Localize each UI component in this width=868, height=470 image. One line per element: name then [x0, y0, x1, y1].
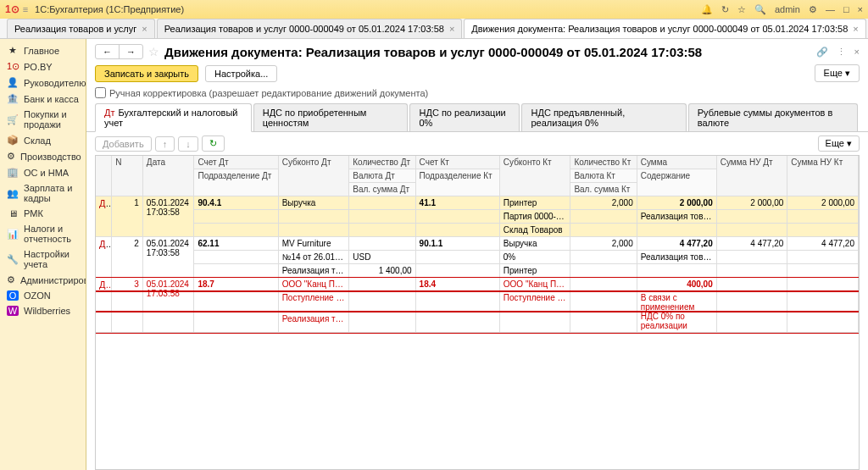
entry-icon: Дт	[96, 278, 112, 333]
col-subk-dt[interactable]: Субконто Дт	[278, 156, 349, 196]
col-kt[interactable]: Счет Кт	[415, 156, 499, 169]
col-subk-kt[interactable]: Субконто Кт	[499, 156, 570, 196]
table-row[interactable]: Реализация товар... 1 400,00 Принтер	[96, 264, 859, 278]
itab-nds-real[interactable]: НДС по реализации 0%	[409, 103, 520, 131]
bell-icon[interactable]: 🔔	[701, 4, 713, 15]
sidebar-item-admin[interactable]: ⚙Администрирование	[0, 272, 86, 288]
table-row[interactable]: Реализация товар...	[96, 312, 859, 333]
sidebar-item-manager[interactable]: 👤Руководителю	[0, 75, 86, 91]
sidebar-item-taxes[interactable]: 📊Налоги и отчетность	[0, 221, 86, 246]
sidebar-item-main[interactable]: ★Главное	[0, 42, 86, 58]
col-qty-dt[interactable]: Количество Дт	[349, 156, 415, 169]
inner-tabs: ДтБухгалтерский и налоговый учет НДС по …	[86, 103, 868, 132]
table-row[interactable]: Дт 1 05.01.2024 17:03:58 90.4.1 Выручка …	[96, 196, 859, 210]
sidebar-item-salary[interactable]: 👥Зарплата и кадры	[0, 180, 86, 206]
gear-icon: ⚙	[7, 151, 15, 162]
itab-nds-acq[interactable]: НДС по приобретенным ценностям	[253, 103, 409, 131]
sidebar-item-wb[interactable]: WWildberries	[0, 303, 86, 318]
favorite-icon[interactable]: ☆	[148, 45, 159, 58]
col-n[interactable]: N	[112, 156, 143, 196]
maximize-icon[interactable]: □	[843, 4, 849, 14]
app-title: 1С:Бухгалтерия (1С:Предприятие)	[35, 4, 701, 14]
nav-buttons: ← →	[95, 44, 143, 59]
more-button[interactable]: Еще ▾	[815, 64, 860, 82]
itab-accounting[interactable]: ДтБухгалтерский и налоговый учет	[95, 103, 252, 132]
sidebar-item-warehouse[interactable]: 📦Склад	[0, 132, 86, 148]
user-label[interactable]: admin	[775, 4, 800, 14]
tab-close-icon[interactable]: ×	[449, 24, 454, 34]
titlebar: 1⊙ ≡ 1С:Бухгалтерия (1С:Предприятие) 🔔 ↻…	[0, 0, 868, 19]
settings-button[interactable]: Настройка...	[205, 65, 277, 82]
itab-rub[interactable]: Рублевые суммы документов в валюте	[688, 103, 858, 131]
table-row[interactable]: №14 от 26.01.2023 USD 0% Реализация това…	[96, 251, 859, 264]
sidebar-item-bank[interactable]: 🏦Банк и касса	[0, 91, 86, 107]
table-row[interactable]: Поступление това... Поступление това... …	[96, 291, 859, 312]
save-close-button[interactable]: Записать и закрыть	[95, 65, 198, 82]
link-icon[interactable]: 🔗	[816, 47, 828, 58]
tab-bar: Реализация товаров и услуг× Реализация т…	[0, 19, 868, 39]
page-title: Движения документа: Реализация товаров и…	[164, 45, 811, 59]
wb-icon: W	[7, 306, 19, 316]
history-icon[interactable]: ↻	[721, 4, 729, 15]
table-row[interactable]: Склад Товаров	[96, 224, 859, 237]
minimize-icon[interactable]: —	[826, 4, 835, 14]
close-icon[interactable]: ×	[858, 4, 863, 14]
tab-0[interactable]: Реализация товаров и услуг×	[7, 19, 155, 38]
add-button[interactable]: Добавить	[95, 136, 152, 152]
back-button[interactable]: ←	[96, 45, 120, 58]
sidebar-item-settings[interactable]: 🔧Настройки учета	[0, 246, 86, 272]
cart-icon: 🛒	[7, 114, 19, 125]
wrench-icon: 🔧	[7, 254, 19, 265]
move-up-button[interactable]: ↑	[155, 136, 175, 152]
tab-1[interactable]: Реализация товаров и услуг 0000-000049 о…	[157, 19, 463, 38]
settings-icon[interactable]: ⚙	[809, 4, 817, 15]
table-row[interactable]: Партия 0000-0005... Реализация товаров	[96, 210, 859, 224]
search-icon[interactable]: 🔍	[754, 4, 766, 15]
sidebar: ★Главное 1⊙PO.BY 👤Руководителю 🏦Банк и к…	[0, 39, 86, 470]
ozon-icon: O	[7, 290, 19, 301]
forward-button[interactable]: →	[120, 45, 142, 58]
table-row[interactable]: Дт 2 05.01.2024 17:03:58 62.11 MV Furnit…	[96, 237, 859, 251]
chart-icon: 📊	[7, 229, 19, 240]
col-dt[interactable]: Счет Дт	[194, 156, 278, 169]
sidebar-item-assets[interactable]: 🏢ОС и НМА	[0, 164, 86, 180]
brand-icon: 1⊙	[7, 61, 19, 72]
refresh-button[interactable]: ↻	[202, 135, 225, 152]
people-icon: 👥	[7, 188, 19, 199]
grid-more-button[interactable]: Еще ▾	[818, 135, 860, 152]
tab-2[interactable]: Движения документа: Реализация товаров и…	[464, 19, 865, 38]
col-nu-kt[interactable]: Сумма НУ Кт	[787, 156, 859, 196]
grid[interactable]: N Дата Счет Дт Субконто Дт Количество Дт…	[95, 155, 860, 470]
logo-icon: 1⊙	[5, 3, 19, 15]
ledger-icon: Дт	[104, 108, 115, 118]
hamburger-icon[interactable]: ≡	[23, 4, 28, 14]
col-date[interactable]: Дата	[142, 156, 194, 196]
star-icon[interactable]: ☆	[737, 4, 746, 15]
col-qty-kt[interactable]: Количество Кт	[570, 156, 637, 169]
sidebar-item-poby[interactable]: 1⊙PO.BY	[0, 58, 86, 75]
entry-icon: Дт	[96, 237, 112, 278]
tab-close-icon[interactable]: ×	[853, 24, 858, 34]
menu-icon[interactable]: ⋮	[837, 47, 846, 58]
itab-nds-pres[interactable]: НДС предъявленный, реализация 0%	[521, 103, 686, 131]
bank-icon: 🏦	[7, 93, 19, 104]
cog-icon: ⚙	[7, 274, 15, 285]
manual-edit-checkbox[interactable]	[95, 87, 106, 98]
titlebar-actions: 🔔 ↻ ☆ 🔍 admin ⚙ — □ ×	[701, 4, 863, 15]
tab-close-icon[interactable]: ×	[142, 24, 147, 34]
sidebar-item-production[interactable]: ⚙Производство	[0, 148, 86, 164]
sidebar-item-rmk[interactable]: 🖥РМК	[0, 206, 86, 221]
monitor-icon: 🖥	[7, 208, 19, 218]
col-nu-dt[interactable]: Сумма НУ Дт	[716, 156, 787, 196]
manual-edit-label: Ручная корректировка (разрешает редактир…	[109, 88, 428, 98]
user-icon: 👤	[7, 77, 19, 88]
sidebar-item-ozon[interactable]: OOZON	[0, 288, 86, 303]
close-page-icon[interactable]: ×	[854, 47, 860, 58]
col-sum[interactable]: Сумма	[637, 156, 716, 169]
entry-icon: Дт	[96, 196, 112, 237]
sidebar-item-sales[interactable]: 🛒Покупки и продажи	[0, 107, 86, 132]
move-down-button[interactable]: ↓	[178, 136, 198, 152]
building-icon: 🏢	[7, 167, 19, 178]
box-icon: 📦	[7, 135, 19, 146]
table-row[interactable]: Дт 3 05.01.2024 17:03:58 18.7 ООО "Канц …	[96, 278, 859, 291]
